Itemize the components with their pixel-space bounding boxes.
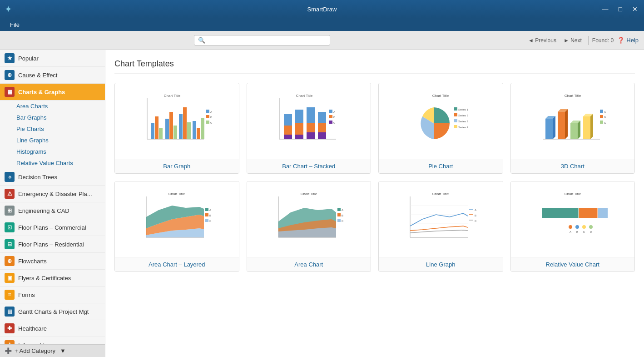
svg-text:Chart Title: Chart Title xyxy=(432,94,449,98)
sidebar-subitem-bar-graphs[interactable]: Bar Graphs xyxy=(0,112,105,123)
svg-rect-58 xyxy=(570,123,578,139)
cause-effect-icon: ⊕ xyxy=(5,70,15,80)
sidebar: ★ Popular ⊕ Cause & Effect ▦ Charts & Gr… xyxy=(0,50,105,357)
template-preview-relative-value-chart: Chart Title A B xyxy=(511,181,635,257)
svg-rect-55 xyxy=(558,112,565,139)
svg-rect-65 xyxy=(600,110,603,113)
window-controls: — □ ✕ xyxy=(599,5,640,13)
svg-text:Chart Title: Chart Title xyxy=(565,94,581,98)
svg-rect-13 xyxy=(197,128,200,139)
help-icon: ❓ xyxy=(617,37,624,44)
sidebar-item-popular[interactable]: ★ Popular xyxy=(0,50,105,67)
sidebar-item-flowcharts[interactable]: ⊕ Flowcharts xyxy=(0,253,105,270)
nav-controls: ◄ Previous ► Next Found: 0 xyxy=(525,36,614,45)
template-card-3d-chart[interactable]: Chart Title xyxy=(510,83,635,174)
sidebar-subitem-pie-charts[interactable]: Pie Charts xyxy=(0,123,105,135)
sidebar-subitem-line-graphs[interactable]: Line Graphs xyxy=(0,135,105,146)
minimize-button[interactable]: — xyxy=(599,5,611,13)
sidebar-item-flyers[interactable]: ▣ Flyers & Certificates xyxy=(0,270,105,287)
svg-rect-32 xyxy=(307,132,315,139)
svg-rect-24 xyxy=(284,114,292,126)
help-button[interactable]: ❓ Help xyxy=(617,37,639,44)
svg-text:Chart Title: Chart Title xyxy=(565,192,581,196)
add-category-arrow: ▼ xyxy=(60,347,66,354)
svg-rect-28 xyxy=(295,123,303,135)
svg-rect-85 xyxy=(337,213,341,216)
template-label-pie-chart: Pie Chart xyxy=(379,159,503,173)
sidebar-label-decision-trees: Decision Trees xyxy=(18,174,57,181)
menu-bar: File xyxy=(0,18,644,31)
add-category-button[interactable]: ➕ + Add Category ▼ xyxy=(0,344,105,357)
app-title: SmartDraw xyxy=(307,6,337,13)
template-card-area-chart[interactable]: Chart Title A B xyxy=(247,181,372,272)
svg-rect-11 xyxy=(187,122,191,139)
svg-rect-25 xyxy=(284,126,292,135)
sidebar-item-decision-trees[interactable]: ⟐ Decision Trees xyxy=(0,169,105,186)
svg-rect-104 xyxy=(598,208,608,218)
template-label-bar-chart-stacked: Bar Chart – Stacked xyxy=(247,159,371,173)
add-category-label: + Add Category xyxy=(15,347,55,354)
sidebar-item-gantt[interactable]: ▤ Gantt Charts & Project Mgt xyxy=(0,303,105,320)
svg-text:Chart Title: Chart Title xyxy=(301,192,317,196)
sidebar-item-cause-effect[interactable]: ⊕ Cause & Effect xyxy=(0,67,105,84)
sidebar-item-forms[interactable]: ≡ Forms xyxy=(0,287,105,303)
search-container: 🔍 xyxy=(194,35,330,45)
content-area: Chart Templates Chart Title xyxy=(105,50,644,357)
sidebar-item-emergency[interactable]: ⚠ Emergency & Disaster Pla... xyxy=(0,186,105,202)
svg-rect-78 xyxy=(205,219,208,222)
svg-text:C: C xyxy=(333,121,336,124)
svg-text:Chart Title: Chart Title xyxy=(164,94,181,98)
search-icon: 🔍 xyxy=(198,37,205,44)
sidebar-item-floor-commercial[interactable]: ⊡ Floor Plans – Commercial xyxy=(0,219,105,236)
maximize-button[interactable]: □ xyxy=(616,5,625,13)
sidebar-label-floor-residential: Floor Plans – Residential xyxy=(18,241,84,248)
svg-rect-36 xyxy=(329,110,332,113)
template-card-area-chart-layered[interactable]: Chart Title A B xyxy=(114,181,239,272)
svg-rect-74 xyxy=(205,208,208,211)
svg-text:A: A xyxy=(209,209,211,211)
sidebar-subitem-histograms[interactable]: Histograms xyxy=(0,146,105,157)
svg-text:B: B xyxy=(475,214,476,217)
search-input[interactable] xyxy=(208,37,326,44)
svg-point-107 xyxy=(569,225,572,229)
sidebar-label-engineering: Engineering & CAD xyxy=(18,207,69,214)
next-button[interactable]: ► Next xyxy=(561,36,585,45)
svg-marker-63 xyxy=(590,114,593,139)
template-card-relative-value-chart[interactable]: Chart Title A B xyxy=(510,181,635,272)
svg-text:A: A xyxy=(342,209,343,211)
template-card-pie-chart[interactable]: Chart Title Series 1 xyxy=(378,83,503,174)
template-label-line-graph: Line Graph xyxy=(379,257,503,272)
emergency-icon: ⚠ xyxy=(5,189,15,199)
flyers-icon: ▣ xyxy=(5,273,15,283)
sidebar-subitem-area-charts[interactable]: Area Charts xyxy=(0,101,105,112)
sidebar-item-floor-residential[interactable]: ⊟ Floor Plans – Residential xyxy=(0,236,105,253)
sidebar-item-healthcare[interactable]: ✚ Healthcare xyxy=(0,320,105,337)
svg-text:A: A xyxy=(475,209,476,211)
svg-text:C: C xyxy=(475,220,477,222)
sidebar-item-charts-graphs[interactable]: ▦ Charts & Graphs xyxy=(0,84,105,101)
sidebar-label-floor-commercial: Floor Plans – Commercial xyxy=(18,224,86,231)
sidebar-subitem-relative-value[interactable]: Relative Value Charts xyxy=(0,157,105,169)
svg-text:B: B xyxy=(342,214,343,217)
template-card-line-graph[interactable]: Chart Title xyxy=(378,181,503,272)
sidebar-label-cause-effect: Cause & Effect xyxy=(18,72,57,79)
close-button[interactable]: ✕ xyxy=(629,5,640,13)
sidebar-label-gantt: Gantt Charts & Project Mgt xyxy=(18,308,89,315)
template-card-bar-graph[interactable]: Chart Title xyxy=(114,83,239,174)
file-menu[interactable]: File xyxy=(5,20,25,30)
svg-rect-14 xyxy=(201,118,204,139)
sidebar-label-healthcare: Healthcare xyxy=(18,325,47,332)
template-card-bar-chart-stacked[interactable]: Chart Title xyxy=(247,83,372,174)
svg-rect-61 xyxy=(583,116,590,139)
previous-button[interactable]: ◄ Previous xyxy=(525,36,559,45)
svg-rect-47 xyxy=(454,119,457,122)
svg-text:A: A xyxy=(210,111,212,113)
svg-rect-12 xyxy=(193,121,196,139)
svg-text:Chart Title: Chart Title xyxy=(296,94,313,98)
svg-rect-4 xyxy=(155,116,159,139)
sidebar-label-forms: Forms xyxy=(18,292,35,298)
sidebar-item-engineering[interactable]: ⊞ Engineering & CAD xyxy=(0,202,105,219)
help-label: Help xyxy=(626,37,639,44)
svg-text:Chart Title: Chart Title xyxy=(168,192,185,196)
floor-commercial-icon: ⊡ xyxy=(5,222,15,232)
